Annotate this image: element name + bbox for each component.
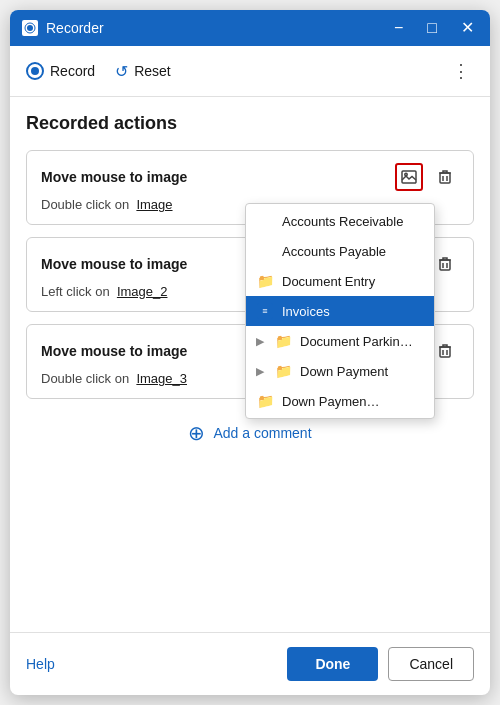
dropdown-item-4-label: Document Parkin… [300, 334, 413, 349]
content-area: Recorded actions Move mouse to image [10, 97, 490, 632]
dropdown-item-2-label: Document Entry [282, 274, 375, 289]
title-bar: Recorder − □ ✕ [10, 10, 490, 46]
record-dot-icon [26, 62, 44, 80]
delete-button-1[interactable] [431, 163, 459, 191]
dropdown-item-6-icon: 📁 [256, 392, 274, 410]
arrow-icon-4: ▶ [256, 335, 264, 348]
record-dot-inner [31, 67, 39, 75]
svg-rect-12 [440, 347, 450, 357]
help-button[interactable]: Help [26, 656, 55, 672]
minimize-button[interactable]: − [390, 16, 407, 40]
footer: Help Done Cancel [10, 632, 490, 695]
action-card-1: Move mouse to image [26, 150, 474, 225]
delete-button-2[interactable] [431, 250, 459, 278]
dropdown-item-6[interactable]: 📁 Down Paymen… [246, 386, 434, 416]
maximize-button[interactable]: □ [423, 16, 441, 40]
window-title: Recorder [46, 20, 104, 36]
dropdown-item-2-icon: 📁 [256, 272, 274, 290]
list-icon: ≡ [257, 303, 273, 319]
reset-label: Reset [134, 63, 171, 79]
title-bar-left: Recorder [22, 20, 104, 36]
close-button[interactable]: ✕ [457, 16, 478, 40]
dropdown-item-0-icon [256, 212, 274, 230]
action-card-1-header: Move mouse to image [41, 163, 459, 191]
dropdown-item-4-icon: 📁 [274, 332, 292, 350]
dropdown-item-3[interactable]: ≡ Invoices [246, 296, 434, 326]
dropdown-item-1-label: Accounts Payable [282, 244, 386, 259]
reset-button[interactable]: ↺ Reset [115, 62, 171, 81]
action-card-1-icons [395, 163, 459, 191]
recorder-window: Recorder − □ ✕ Record ↺ Reset ⋮ Recorded… [10, 10, 490, 695]
dropdown-item-4[interactable]: ▶ 📁 Document Parkin… [246, 326, 434, 356]
action-card-3-link[interactable]: Image_3 [136, 371, 187, 386]
action-card-2-title: Move mouse to image [41, 256, 187, 272]
record-label: Record [50, 63, 95, 79]
dropdown-item-5[interactable]: ▶ 📁 Down Payment [246, 356, 434, 386]
dropdown-item-0-label: Accounts Receivable [282, 214, 403, 229]
action-card-2-icons [431, 250, 459, 278]
dropdown-item-5-label: Down Payment [300, 364, 388, 379]
arrow-icon-5: ▶ [256, 365, 264, 378]
dropdown-item-1[interactable]: Accounts Payable [246, 236, 434, 266]
image-picker-button-1[interactable] [395, 163, 423, 191]
svg-rect-7 [440, 260, 450, 270]
action-card-3-title: Move mouse to image [41, 343, 187, 359]
svg-point-1 [27, 25, 33, 31]
action-card-1-link[interactable]: Image [136, 197, 172, 212]
title-bar-controls: − □ ✕ [390, 16, 478, 40]
dropdown-item-6-label: Down Paymen… [282, 394, 380, 409]
dropdown-item-2[interactable]: 📁 Document Entry [246, 266, 434, 296]
cancel-button[interactable]: Cancel [388, 647, 474, 681]
delete-button-3[interactable] [431, 337, 459, 365]
done-button[interactable]: Done [287, 647, 378, 681]
dropdown-item-3-icon: ≡ [256, 302, 274, 320]
toolbar: Record ↺ Reset ⋮ [10, 46, 490, 97]
toolbar-left: Record ↺ Reset [26, 62, 171, 81]
recorder-icon [22, 20, 38, 36]
add-comment-icon: ⊕ [188, 423, 205, 443]
dropdown-item-5-icon: 📁 [274, 362, 292, 380]
footer-right: Done Cancel [287, 647, 474, 681]
section-title: Recorded actions [26, 113, 474, 134]
more-options-button[interactable]: ⋮ [448, 56, 474, 86]
svg-rect-4 [440, 173, 450, 183]
action-card-1-title: Move mouse to image [41, 169, 187, 185]
reset-icon: ↺ [115, 62, 128, 81]
dropdown-item-0[interactable]: Accounts Receivable [246, 206, 434, 236]
dropdown-item-1-icon [256, 242, 274, 260]
add-comment-label: Add a comment [213, 425, 311, 441]
action-card-2-link[interactable]: Image_2 [117, 284, 168, 299]
dropdown-item-3-label: Invoices [282, 304, 330, 319]
dropdown-menu: Accounts Receivable Accounts Payable 📁 D… [245, 203, 435, 419]
record-button[interactable]: Record [26, 62, 95, 80]
